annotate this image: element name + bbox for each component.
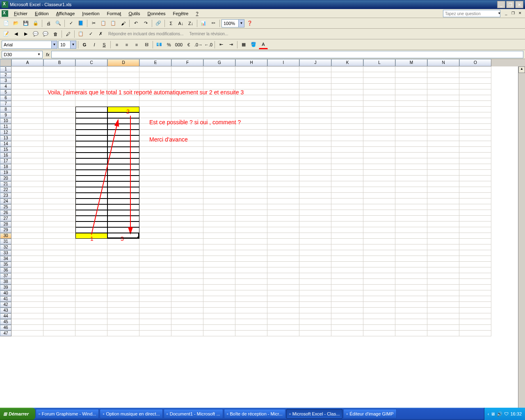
cell[interactable] [235,308,267,313]
cell[interactable] [203,233,235,239]
autosum-button[interactable]: Σ [167,19,176,28]
menu-help[interactable]: ? [193,10,202,17]
col-header-J[interactable]: J [299,59,331,66]
cell[interactable] [203,164,235,170]
start-button[interactable]: ⊞ Démarrer [0,408,35,420]
cell[interactable] [171,181,203,187]
menu-insertion[interactable]: Insertion [79,10,103,17]
select-all-corner[interactable] [0,59,11,66]
cell[interactable] [459,112,491,118]
cell[interactable] [299,193,331,199]
underline-button[interactable]: S [100,40,109,49]
show-comment-button[interactable]: 💬 [31,30,40,39]
cell[interactable] [139,325,171,331]
cell[interactable] [11,141,43,147]
cell[interactable] [75,302,107,308]
cell[interactable] [139,273,171,279]
cell[interactable] [139,262,171,267]
cell[interactable] [107,210,139,216]
row-header-42[interactable]: 42 [0,302,11,308]
cell[interactable] [11,135,43,141]
cell[interactable] [75,130,107,135]
cell[interactable] [203,273,235,279]
cell[interactable] [139,244,171,250]
row-header-19[interactable]: 19 [0,170,11,176]
cell[interactable] [459,273,491,279]
cell[interactable] [395,147,427,153]
taskbar-item[interactable]: ▫Microsoft Excel - Clas... [286,409,342,419]
cell[interactable] [75,216,107,221]
cell[interactable] [363,227,395,233]
cell[interactable] [171,95,203,101]
cell[interactable] [75,118,107,124]
cell[interactable] [459,158,491,164]
cell[interactable] [107,204,139,210]
cell[interactable] [171,262,203,267]
cell[interactable] [75,112,107,118]
cell[interactable] [171,216,203,221]
cell[interactable] [203,244,235,250]
cell[interactable] [299,101,331,107]
control-menu-icon[interactable] [2,10,8,17]
cell[interactable] [43,285,75,290]
close-button[interactable]: ✕ [515,1,523,8]
cell[interactable] [267,89,299,95]
row-header-16[interactable]: 16 [0,153,11,158]
cell[interactable] [11,124,43,130]
cell[interactable] [459,325,491,331]
cell[interactable] [427,256,459,262]
cell[interactable] [43,164,75,170]
cell[interactable] [427,325,459,331]
row-header-44[interactable]: 44 [0,313,11,319]
cell[interactable] [235,193,267,199]
menu-edition[interactable]: Edition [32,10,52,17]
cell[interactable] [395,164,427,170]
cell[interactable] [43,210,75,216]
cell[interactable] [107,244,139,250]
cell[interactable] [139,72,171,78]
cell[interactable] [43,118,75,124]
cell[interactable] [11,89,43,95]
cell[interactable] [43,256,75,262]
cell[interactable] [299,78,331,84]
row-header-15[interactable]: 15 [0,147,11,153]
cell[interactable] [11,302,43,308]
cell[interactable] [331,153,363,158]
cell[interactable] [171,290,203,296]
cell[interactable] [395,193,427,199]
cell[interactable] [171,302,203,308]
fx-icon[interactable]: fx [46,52,50,57]
increase-indent-button[interactable]: ⇥ [226,40,235,49]
row-header-3[interactable]: 3 [0,78,11,84]
cell[interactable] [203,72,235,78]
cell[interactable] [203,319,235,325]
cell[interactable] [75,164,107,170]
cell[interactable] [75,221,107,227]
cell[interactable] [139,296,171,302]
doc-close-button[interactable]: ✕ [517,10,523,16]
permission-button[interactable]: 🔒 [31,19,40,28]
tray-icon[interactable]: ‹ [488,411,489,416]
cell[interactable] [363,325,395,331]
cell[interactable] [363,239,395,244]
cell[interactable] [427,176,459,181]
cell[interactable] [427,147,459,153]
cell[interactable] [331,72,363,78]
cell[interactable] [299,210,331,216]
cell[interactable] [107,170,139,176]
cell[interactable] [267,256,299,262]
row-header-2[interactable]: 2 [0,72,11,78]
row-header-7[interactable]: 7 [0,101,11,107]
cell[interactable] [363,279,395,285]
cell[interactable] [171,239,203,244]
cell[interactable] [11,72,43,78]
print-button[interactable]: 🖨 [44,19,53,28]
cell[interactable] [427,153,459,158]
cell[interactable] [235,147,267,153]
vertical-scrollbar[interactable]: ▲ ▼ [518,66,525,416]
cell[interactable] [107,308,139,313]
percent-button[interactable]: % [164,40,173,49]
cell[interactable] [395,210,427,216]
cell[interactable] [11,84,43,89]
cell[interactable] [11,250,43,256]
